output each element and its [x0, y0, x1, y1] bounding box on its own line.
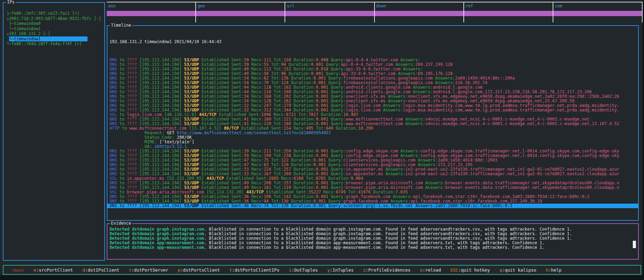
tree-item[interactable]: ┬2001:718:2:903:b877:48ae:9531:fbfc [-]: [7, 16, 104, 21]
column-bar-asn: [107, 11, 195, 16]
timeline-row[interactable]: DNS to ???? [195.113.144.194] 53/UDP Est…: [107, 76, 638, 81]
timeline-panel: Timeline 192.168.131.2 timewindow1 2021/…: [107, 25, 639, 221]
column-bar-com: [553, 11, 642, 16]
hotkey-key: h: [546, 267, 548, 273]
tree-item[interactable]: ├─fe80::2efc:36f:ce23:fac1 [+]: [7, 11, 104, 16]
hotkey-y[interactable]: y:InTuples: [327, 267, 354, 273]
hotkeys-list: :maine:srcPortClientd:dstIPsClientr:dstP…: [4, 266, 640, 274]
timeline-row[interactable]: DNS to ???? [195.113.144.194] 53/UDP Est…: [107, 185, 638, 190]
hotkey-key: d: [83, 267, 85, 273]
evidence-detected-domain: Detected dstdomain graph.instagram.com: [110, 227, 204, 232]
tree-item-selected-label[interactable]: └─timewindow1: [9, 36, 88, 42]
timeline-row[interactable]: SSL to in.appcenter.ms [52.232.209.85] 4…: [107, 176, 638, 181]
evidence-detected-domain: Detected dstdomain app-measurement.com: [110, 245, 204, 250]
timeline-row[interactable]: DNS to ???? [195.113.144.194] 53/UDP Est…: [107, 153, 638, 158]
column-label-url: url: [285, 2, 374, 8]
hotkey-d[interactable]: d:dstIPsClient: [83, 267, 119, 273]
timeline-row[interactable]: DNS to ???? [195.113.144.194] 53/UDP Est…: [107, 158, 638, 163]
timeline-row[interactable]: DNS to ???? [195.113.144.194] 53/UDP Est…: [107, 85, 638, 90]
hotkey-label: :dstPortServer: [131, 267, 168, 273]
timeline-row[interactable]: DNS to ???? [195.113.144.194] 53/UDP Est…: [107, 204, 638, 208]
evidence-description: . Blacklisted in connection to a blackli…: [204, 240, 545, 245]
timeline-row[interactable]: Status Code: 200/OK: [107, 135, 638, 140]
column-com: com: [553, 2, 643, 22]
tree-item-selected[interactable]: └─timewindow1: [7, 36, 104, 42]
hotkey-label: :OutTuples: [292, 267, 318, 273]
ips-tree: ├─fe80::2efc:36f:ce23:fac1 [+]┬2001:718:…: [4, 3, 104, 47]
column-asn: asn: [107, 2, 196, 22]
hotkey-q[interactable]: q:quit kalipso: [499, 267, 536, 273]
column-bar-down: [375, 11, 463, 16]
hotkey-t[interactable]: t:dstPortsClientIPs: [229, 267, 279, 273]
column-label-geo: geo: [196, 2, 285, 8]
timeline-row[interactable]: SSL to browser.pipe.aria.microsoft.com […: [107, 190, 638, 194]
timeline-row[interactable]: DNS to ???? [195.113.144.194] 53/UDP Est…: [107, 103, 638, 108]
timeline-row[interactable]: DNS to ???? [195.113.144.194] 53/UDP Est…: [107, 62, 638, 67]
timeline-row[interactable]: DNS to ???? [195.113.144.194] 53/UDP Est…: [107, 108, 638, 112]
timeline-row[interactable]: DNS to ???? [195.113.144.194] 53/UDP Est…: [107, 149, 638, 153]
hotkey-esc[interactable]: ESC:quit hotkey: [450, 267, 490, 273]
hotkey-key: z: [363, 267, 366, 273]
hotkey-label: :dstIPsClient: [85, 267, 119, 273]
timeline-row[interactable]: DNS to ???? [195.113.144.194] 53/UDP Est…: [107, 167, 638, 172]
timeline-row[interactable]: DNS to ???? [195.113.144.194] 53/UDP Est…: [107, 163, 638, 167]
timeline-row[interactable]: DNS to ???? [195.113.144.194] 53/UDP Est…: [107, 58, 638, 62]
timeline-row[interactable]: Request: GET http://www.msftconnecttest.…: [107, 131, 638, 135]
scrollbar-thumb[interactable]: [633, 241, 636, 248]
timeline-row[interactable]: DNS to ???? [195.113.144.194] 53/UDP Est…: [107, 99, 638, 103]
timeline-row[interactable]: UA: okhttp/3.12.1: [107, 144, 638, 149]
hotkey-o[interactable]: o:reload: [420, 267, 441, 273]
hotkey-p[interactable]: p:dstPortsClient: [178, 267, 220, 273]
hotkey-label: :quit kalipso: [502, 267, 536, 273]
hotkey-h[interactable]: h:help: [546, 267, 561, 273]
timeline-row[interactable]: DNS to ???? [195.113.144.194] 53/UDP Est…: [107, 194, 638, 199]
evidence-item[interactable]: Detected dstdomain app-measurement.com. …: [110, 245, 638, 250]
hotkey-label: :reload: [422, 267, 441, 273]
hotkey-label: :help: [548, 267, 562, 273]
column-label-asn: asn: [107, 2, 195, 8]
evidence-detected-domain: Detected dstdomain app-measurement.com: [110, 240, 204, 245]
hotkey-key: y: [327, 267, 330, 273]
column-label-ref: ref: [464, 2, 553, 8]
hotkey-e[interactable]: e:srcPortClient: [34, 267, 73, 273]
column-bar-geo: [196, 11, 285, 16]
timeline-rows: DNS to ???? [195.113.144.194] 53/UDP Est…: [107, 58, 638, 208]
timeline-row[interactable]: DNS to ???? [195.113.144.194] 53/UDP Est…: [107, 81, 638, 85]
tree-item[interactable]: └─fe80::764d:28ff:fe4a:f74f [+]: [7, 41, 104, 47]
timeline-row[interactable]: SSL to login.live.com [40.126.31.8] 443/…: [107, 112, 638, 117]
evidence-description: . Blacklisted in connection to a blackli…: [204, 227, 572, 232]
timeline-content: 192.168.131.2 timewindow1 2021/04/10 16:…: [107, 26, 638, 220]
column-bar-ref: [464, 11, 553, 16]
evidence-panel-title: Evidence: [110, 221, 132, 226]
timeline-row[interactable]: HTTP to www.msftconnecttest.com [13.107.…: [107, 126, 638, 131]
hotkey-z[interactable]: z:ProfileEvidences: [363, 267, 410, 273]
hotkeys-bar: :maine:srcPortClientd:dstIPsClientr:dstP…: [3, 265, 641, 275]
evidence-list: Detected dstdomain graph.instagram.com. …: [107, 224, 638, 250]
hotkey-r[interactable]: r:dstPortServer: [129, 267, 168, 273]
timeline-row[interactable]: DNS to ???? [195.113.144.194] 53/UDP Est…: [107, 71, 638, 76]
evidence-detected-domain: Detected dstdomain graph.instagram.com: [110, 236, 204, 241]
column-url: url: [285, 2, 374, 22]
timeline-row[interactable]: DNS to ???? [195.113.144.194] 53/UDP Est…: [107, 199, 638, 204]
column-bar-url: [285, 11, 374, 16]
evidence-description: . Blacklisted in connection to a blackli…: [204, 245, 545, 250]
timeline-row[interactable]: DNS to ???? [195.113.144.194] 53/UDP Est…: [107, 67, 638, 71]
timeline-row[interactable]: DNS to ???? [195.113.144.194] 53/UDP Est…: [107, 181, 638, 185]
hotkey-i[interactable]: i:OutTuples: [289, 267, 318, 273]
hotkey-key: :main: [11, 267, 24, 273]
tree-item[interactable]: └─timewindow1: [7, 26, 104, 32]
hotkey-label: :ProfileEvidences: [366, 267, 411, 273]
hotkey-main[interactable]: :main: [11, 267, 24, 273]
timeline-row[interactable]: MIME: ['text/plain']: [107, 140, 638, 144]
column-down: down: [375, 2, 464, 22]
ips-panel: IPs ├─fe80::2efc:36f:ce23:fac1 [+]┬2001:…: [3, 2, 105, 261]
timeline-header: 192.168.131.2 timewindow1 2021/04/10 16:…: [107, 40, 638, 44]
timeline-row[interactable]: DNS to ???? [195.113.144.194] 53/UDP Est…: [107, 94, 638, 99]
timeline-row[interactable]: DNS to ???? [195.113.144.194] 53/UDP Est…: [107, 117, 638, 122]
timeline-row[interactable]: DNS to ???? [195.113.144.194] 53/UDP Est…: [107, 172, 638, 176]
tree-item[interactable]: ┬192.168.131.2 [-]: [7, 31, 104, 36]
timeline-row[interactable]: DNS to ???? [195.113.144.194] 53/UDP Est…: [107, 122, 638, 126]
tree-item[interactable]: ├─timewindow0: [7, 21, 104, 26]
evidence-panel: Evidence Detected dstdomain graph.instag…: [107, 223, 639, 260]
timeline-row[interactable]: DNS to ???? [195.113.144.194] 53/UDP Est…: [107, 90, 638, 94]
